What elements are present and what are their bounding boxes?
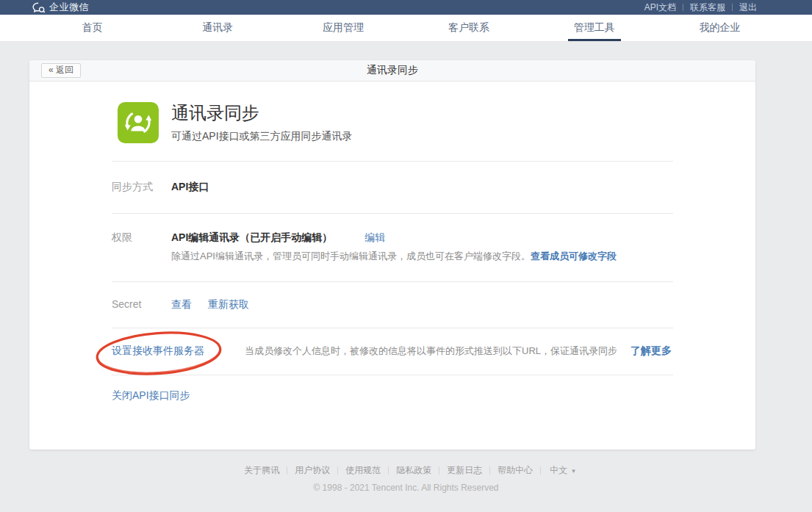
api-docs-link[interactable]: API文档	[638, 1, 683, 14]
contact-sync-panel: « 返回 通讯录同步	[29, 60, 755, 450]
footer-links: 关于腾讯 用户协议 使用规范 隐私政策 更新日志 帮助中心 中文 ▾	[237, 464, 575, 477]
back-button[interactable]: « 返回	[41, 63, 81, 78]
usage-policy-link[interactable]: 使用规范	[338, 464, 388, 477]
permission-row: 权限 API编辑通讯录（已开启手动编辑） 编辑 除通过API编辑通讯录，管理员可…	[112, 213, 673, 281]
nav-tab-management-tools[interactable]: 管理工具	[531, 15, 657, 41]
page-title: 通讯录同步	[29, 64, 755, 77]
contact-support-link[interactable]: 联系客服	[683, 1, 732, 14]
close-api-row: 关闭API接口同步	[112, 375, 673, 450]
panel-header: « 返回 通讯录同步	[29, 60, 755, 82]
about-tencent-link[interactable]: 关于腾讯	[237, 464, 287, 477]
copyright-text: © 1998 - 2021 Tencent Inc. All Rights Re…	[0, 483, 812, 493]
app-title: 通讯录同步	[171, 102, 353, 124]
brand: 企业微信	[32, 1, 89, 14]
callback-row: 设置接收事件服务器 当成员修改个人信息时，被修改的信息将以事件的形式推送到以下U…	[112, 328, 673, 375]
sync-method-value: API接口	[171, 181, 209, 194]
close-api-sync-link[interactable]: 关闭API接口同步	[112, 389, 190, 401]
sync-method-label: 同步方式	[112, 181, 171, 194]
permission-label: 权限	[112, 231, 171, 263]
nav-tab-home[interactable]: 首页	[29, 15, 155, 41]
language-selector[interactable]: 中文	[541, 464, 572, 477]
wechat-work-logo-icon	[32, 2, 46, 13]
help-center-link[interactable]: 帮助中心	[490, 464, 540, 477]
privacy-policy-link[interactable]: 隐私政策	[389, 464, 439, 477]
top-bar: 企业微信 API文档 联系客服 退出	[0, 0, 812, 15]
view-secret-link[interactable]: 查看	[171, 298, 192, 310]
nav-tab-customer-relations[interactable]: 客户联系	[406, 15, 531, 41]
user-agreement-link[interactable]: 用户协议	[287, 464, 337, 477]
nav-tab-contacts[interactable]: 通讯录	[155, 15, 281, 41]
caret-down-icon[interactable]: ▾	[572, 467, 575, 475]
nav-tab-my-company[interactable]: 我的企业	[657, 15, 783, 41]
sync-method-row: 同步方式 API接口	[112, 161, 673, 213]
secret-row: Secret 查看 重新获取	[112, 281, 673, 328]
contact-sync-icon	[118, 102, 159, 143]
nav-tab-app-management[interactable]: 应用管理	[281, 15, 406, 41]
permission-value: API编辑通讯录（已开启手动编辑）	[171, 231, 332, 243]
secret-label: Secret	[112, 298, 171, 311]
panel-body: 通讯录同步 可通过API接口或第三方应用同步通讯录 同步方式 API接口 权限 …	[29, 82, 755, 450]
logout-link[interactable]: 退出	[733, 1, 764, 14]
topbar-links: API文档 联系客服 退出	[638, 1, 764, 14]
learn-more-link[interactable]: 了解更多	[630, 345, 672, 358]
view-editable-fields-link[interactable]: 查看成员可修改字段	[531, 250, 617, 262]
permission-description: 除通过API编辑通讯录，管理员可同时手动编辑通讯录，成员也可在客户端修改字段。	[171, 250, 531, 262]
main-nav: 首页 通讯录 应用管理 客户联系 管理工具 我的企业	[0, 15, 812, 42]
permission-content: API编辑通讯录（已开启手动编辑） 编辑 除通过API编辑通讯录，管理员可同时手…	[171, 231, 617, 263]
app-header: 通讯录同步 可通过API接口或第三方应用同步通讯录	[112, 82, 673, 161]
refresh-secret-link[interactable]: 重新获取	[208, 298, 249, 310]
setup-callback-server-link[interactable]: 设置接收事件服务器	[112, 345, 204, 358]
changelog-link[interactable]: 更新日志	[439, 464, 489, 477]
app-subtitle: 可通过API接口或第三方应用同步通讯录	[171, 130, 353, 143]
callback-description: 当成员修改个人信息时，被修改的信息将以事件的形式推送到以下URL，保证通讯录同步	[245, 345, 617, 358]
footer: 关于腾讯 用户协议 使用规范 隐私政策 更新日志 帮助中心 中文 ▾ © 199…	[0, 464, 812, 493]
logo-text: 企业微信	[49, 1, 89, 14]
edit-permission-link[interactable]: 编辑	[364, 231, 385, 243]
